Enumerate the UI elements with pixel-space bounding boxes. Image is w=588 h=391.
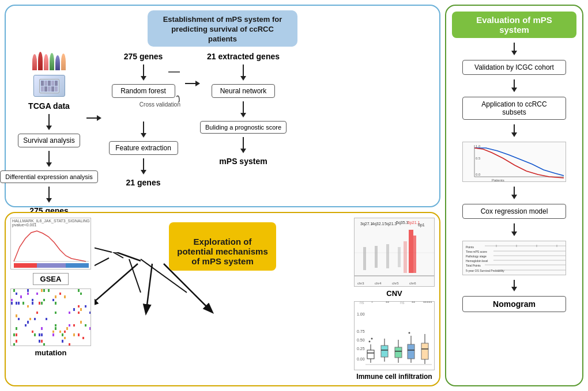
arrow-survival-diff (46, 151, 52, 167)
arrow-diff-genes (46, 187, 52, 203)
svg-rect-5 (66, 263, 89, 268)
arrow-progscore-mps (240, 137, 246, 153)
nomogram-plot: Points Time mPS score Pathology stage He… (462, 241, 566, 275)
svg-point-47 (371, 338, 373, 340)
right-section: Evaluation of mPS system Validation by I… (445, 5, 583, 386)
svg-rect-23 (375, 246, 378, 268)
svg-rect-25 (398, 247, 401, 267)
svg-point-60 (409, 332, 410, 334)
svg-text:0.25: 0.25 (357, 347, 365, 351)
svg-point-46 (369, 341, 371, 343)
arrow-tcga-survival (46, 114, 52, 130)
center-section: Exploration of potential mechanisms of m… (95, 218, 350, 381)
svg-rect-20 (413, 236, 416, 273)
svg-text:**: ** (412, 301, 415, 305)
svg-text:0.5: 0.5 (476, 157, 481, 160)
svg-text:chr6: chr6 (409, 282, 416, 285)
svg-text:chr4: chr4 (375, 282, 382, 285)
prog-score-box: Buliding a prognostic score (200, 121, 287, 134)
diff-exp-box: Differential expression analysis (0, 170, 97, 183)
blue-box-content: TCGA data Survival analysis Differentia (12, 52, 434, 200)
arrow-feature-21genes (141, 158, 146, 174)
genes-21-top: 21 extracted genes (207, 52, 280, 61)
svg-rect-61 (421, 343, 428, 359)
svg-rect-22 (363, 247, 366, 270)
tcga-label: TCGA data (28, 101, 70, 111)
arrow-green-3 (511, 124, 517, 137)
nn-column: 21 extracted genes Neural network Bulidi (200, 52, 287, 166)
icgc-box: Validation by ICGC cohort (462, 60, 566, 75)
right-panels: 3q27.1 4q32.1 5q21.3 5q35.3 6p21.1 6p1 (354, 218, 435, 381)
svg-rect-56 (408, 344, 414, 359)
cnv-section: 3q27.1 4q32.1 5q21.3 5q35.3 6p21.1 6p1 (354, 218, 435, 298)
svg-rect-48 (381, 346, 388, 357)
nomogram-box: Nomogram (462, 296, 566, 312)
arrow-col1-col2 (86, 52, 101, 121)
immune-label: Immune cell infiltration (356, 373, 432, 381)
svg-text:3q27.1: 3q27.1 (360, 222, 373, 226)
svg-text:5q35.3: 5q35.3 (396, 221, 409, 225)
green-box: Evaluation of mPS system Validation by I… (445, 5, 583, 386)
arrow-green-1 (511, 43, 517, 55)
immune-svg: * ns ** ns ** ***** 1.00 0.75 0.50 0.25 (357, 301, 432, 367)
svg-text:Pathology stage: Pathology stage (466, 255, 487, 258)
svg-rect-24 (386, 244, 389, 268)
mutation-label: mutation (35, 348, 67, 357)
feature-box: Feature extraction (109, 141, 178, 155)
svg-rect-19 (409, 230, 413, 273)
svg-text:Time mPS score: Time mPS score (466, 250, 487, 253)
mutation-heatmap: (function() { const colors = ['#e44','#4… (10, 288, 91, 346)
svg-rect-3 (14, 263, 37, 268)
svg-text:Total Points: Total Points (466, 264, 481, 267)
svg-text:chr5: chr5 (392, 282, 399, 285)
svg-text:*****: ***** (423, 301, 432, 305)
cnv-plot: 3q27.1 4q32.1 5q21.3 5q35.3 6p21.1 6p1 (354, 218, 435, 287)
svg-rect-52 (395, 347, 402, 358)
back-arrow-svg (113, 94, 182, 103)
svg-rect-4 (37, 263, 66, 268)
cnv-svg: 3q27.1 4q32.1 5q21.3 5q35.3 6p21.1 6p1 (355, 218, 435, 287)
gsea-subtitle: HALLMARK_IL6_JAK_STAT3_SIGNALING pvalue<… (12, 219, 91, 227)
mutation-section: (function() { const colors = ['#e44','#4… (10, 288, 91, 357)
svg-text:0.0: 0.0 (476, 173, 481, 176)
arrow-rf-feature (141, 122, 146, 138)
genes-21-label: 21 genes (126, 178, 161, 187)
nn-box: Neural network (212, 84, 275, 98)
svg-text:0.75: 0.75 (357, 329, 365, 333)
svg-text:ns: ns (400, 301, 405, 305)
immune-section: * ns ** ns ** ***** 1.00 0.75 0.50 0.25 (354, 301, 435, 381)
svg-text:Points: Points (466, 245, 474, 249)
tcga-column: TCGA data Survival analysis Differentia (12, 52, 86, 215)
arrow-21genes-nn (240, 64, 246, 81)
blue-box-title: Establishment of mPS system for predicti… (148, 10, 297, 47)
svg-text:1.0: 1.0 (476, 145, 481, 148)
svg-text:**: ** (386, 301, 389, 305)
svg-text:Patients: Patients (492, 179, 504, 182)
svg-text:6p1: 6p1 (418, 223, 425, 227)
svg-text:0.50: 0.50 (357, 338, 365, 342)
arrow-green-5 (511, 223, 517, 236)
arrow-nn-progscore (240, 101, 246, 117)
green-title: Evaluation of mPS system (452, 12, 576, 38)
yellow-box: HALLMARK_IL6_JAK_STAT3_SIGNALING pvalue<… (5, 212, 440, 386)
genes-275-top: 275 genes (124, 52, 163, 61)
rf-column: 275 genes Random forest (101, 52, 185, 187)
gsea-label-box: GSEA (33, 273, 69, 285)
svg-text:ns: ns (360, 301, 364, 305)
svg-text:*: * (371, 301, 373, 305)
cox-box: Cox regression model (462, 204, 566, 219)
arrow-green-2 (511, 79, 517, 92)
mps-label: mPS system (219, 157, 267, 166)
svg-text:5-year OS Survival Probability: 5-year OS Survival Probability (466, 269, 504, 272)
svg-rect-42 (367, 350, 374, 359)
svg-line-6 (95, 235, 112, 252)
arrow-genes275-rf (141, 64, 146, 81)
chip-icon (33, 75, 65, 97)
survival-box: Survival analysis (18, 134, 80, 147)
svg-text:5q21.3: 5q21.3 (385, 222, 397, 226)
yellow-title: Exploration of potential mechanisms of m… (169, 222, 276, 271)
curved-arrow-area (101, 111, 185, 118)
left-panels: HALLMARK_IL6_JAK_STAT3_SIGNALING pvalue<… (10, 218, 91, 381)
arrow-col2-col3 (185, 52, 200, 86)
svg-text:Hemoglobin level: Hemoglobin level (466, 259, 488, 263)
